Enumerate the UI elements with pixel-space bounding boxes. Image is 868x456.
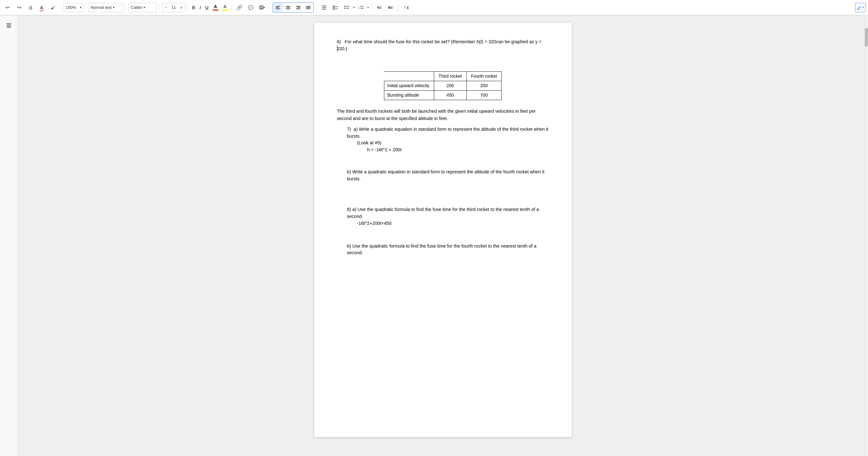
numbering-button[interactable]: 1. 2. (356, 2, 366, 12)
align-center-button[interactable] (283, 3, 293, 12)
q7-container: 7) a) Write a quadratic equation in stan… (347, 126, 549, 153)
font-family-dropdown[interactable]: Calibri ▾ (128, 3, 157, 12)
velocity-third: 200 (434, 81, 466, 90)
divider-6 (231, 4, 232, 11)
text-color-button[interactable]: A (211, 3, 220, 11)
divider-10 (398, 4, 399, 11)
align-right-button[interactable] (293, 3, 303, 12)
svg-line-38 (860, 6, 861, 7)
highlight-color-button[interactable]: A (221, 3, 229, 11)
svg-rect-11 (306, 8, 310, 9)
divider-1 (61, 4, 61, 11)
divider-5 (188, 4, 188, 11)
svg-rect-43 (7, 27, 11, 28)
spell-check-button[interactable]: A (37, 2, 47, 12)
underline-icon: U (206, 5, 209, 10)
svg-rect-12 (322, 6, 326, 6)
line-spacing-button[interactable] (319, 2, 329, 12)
q7-part-a-text: a) Write a quadratic equation in standar… (347, 126, 548, 139)
align-left-button[interactable] (273, 3, 283, 12)
scrollbar[interactable] (864, 15, 868, 456)
indent-less-button[interactable] (374, 2, 384, 12)
q8-container: 8) a) Use the quadratic formula to find … (347, 206, 549, 227)
clear-format-icon: T (403, 5, 409, 10)
font-size-increase-button[interactable]: + (178, 3, 185, 12)
checklist-button[interactable] (330, 2, 340, 12)
q8-part-b-label: b) Use the quadratic formula to find the… (347, 243, 549, 257)
font-chevron-icon: ▾ (144, 6, 145, 9)
clear-format-button[interactable]: T (401, 2, 411, 12)
bullets-icon (344, 5, 350, 10)
svg-rect-8 (296, 8, 300, 9)
indent-more-button[interactable] (385, 2, 396, 12)
text-color-icon: A (214, 4, 217, 9)
spacer-3 (337, 161, 549, 169)
align-right-icon (296, 5, 301, 10)
paragraph-style-dropdown[interactable]: Normal text ▾ (88, 3, 123, 12)
svg-rect-18 (336, 6, 338, 7)
align-justify-button[interactable] (303, 3, 313, 12)
altitude-label: Bursting altitude (384, 90, 434, 100)
sidebar (0, 15, 18, 456)
zoom-selector[interactable]: 100% ▾ (63, 3, 83, 12)
pencil-icon (857, 5, 862, 10)
paint-format-icon: 🖌 (51, 5, 55, 10)
svg-rect-3 (286, 6, 290, 7)
svg-rect-40 (6, 23, 11, 24)
svg-rect-4 (286, 7, 290, 8)
align-justify-icon (306, 5, 311, 10)
toolbar: ↩ ↪ 🖨 A 🖌 100% ▾ Normal text ▾ Calibri ▾… (0, 0, 868, 15)
divider-9 (371, 4, 372, 11)
italic-button[interactable]: I (198, 3, 203, 12)
spacer-4 (337, 187, 549, 206)
document-area: 6) For what time should the fuse for thi… (18, 15, 868, 456)
outline-button[interactable] (2, 19, 15, 32)
svg-rect-2 (276, 8, 280, 9)
q8-part-a-text: a) Use the quadratic formula to find the… (347, 207, 539, 219)
svg-rect-9 (306, 6, 310, 7)
svg-rect-19 (333, 8, 335, 9)
scrollbar-thumb[interactable] (865, 28, 868, 47)
bullets-chevron[interactable]: ▾ (353, 6, 354, 9)
data-table-container: Third rocket Fourth rocket Initial upwar… (337, 72, 549, 100)
paint-format-button[interactable]: 🖌 (48, 2, 58, 12)
svg-rect-30 (379, 7, 381, 7)
question-6: 6) For what time should the fuse for thi… (337, 38, 549, 52)
q7-part-b-label: b) Write a quadratic equation in standar… (347, 169, 549, 182)
spacer-2 (337, 153, 549, 161)
svg-line-39 (857, 9, 857, 10)
divider-8 (316, 4, 316, 11)
svg-rect-1 (276, 7, 279, 8)
svg-point-23 (344, 7, 345, 9)
font-size-decrease-button[interactable]: − (162, 3, 169, 12)
edit-mode-button[interactable]: ▾ (855, 3, 866, 12)
svg-rect-20 (336, 8, 338, 9)
svg-text:T: T (404, 6, 406, 9)
spacer-1 (337, 57, 549, 65)
document-page[interactable]: 6) For what time should the fuse for thi… (314, 23, 572, 437)
svg-rect-28 (360, 8, 364, 8)
link-button[interactable]: 🔗 (235, 2, 245, 12)
comment-button[interactable]: 💬 (246, 2, 256, 12)
q7-part-a-answer: h = -16t^2 + 200t (367, 146, 549, 153)
bold-button[interactable]: B (191, 3, 197, 12)
redo-button[interactable]: ↪ (14, 2, 24, 12)
svg-rect-6 (296, 6, 300, 7)
q6-number: 6) (337, 39, 341, 44)
underline-button[interactable]: U (204, 3, 210, 12)
image-button[interactable]: 🖼 ▾ (257, 2, 267, 12)
divider-2 (86, 4, 86, 11)
altitude-third: 450 (434, 90, 466, 100)
svg-rect-5 (286, 8, 290, 9)
svg-marker-29 (377, 6, 379, 9)
numbering-chevron[interactable]: ▾ (367, 6, 369, 9)
q7-number: 7) (347, 126, 351, 132)
bullets-button[interactable] (342, 2, 352, 12)
table-header-empty (384, 72, 434, 81)
print-button[interactable]: 🖨 (25, 2, 35, 12)
svg-rect-0 (276, 6, 280, 7)
undo-button[interactable]: ↩ (2, 2, 12, 12)
divider-3 (126, 4, 126, 11)
align-left-icon (275, 5, 280, 10)
indent-less-icon (376, 5, 382, 10)
